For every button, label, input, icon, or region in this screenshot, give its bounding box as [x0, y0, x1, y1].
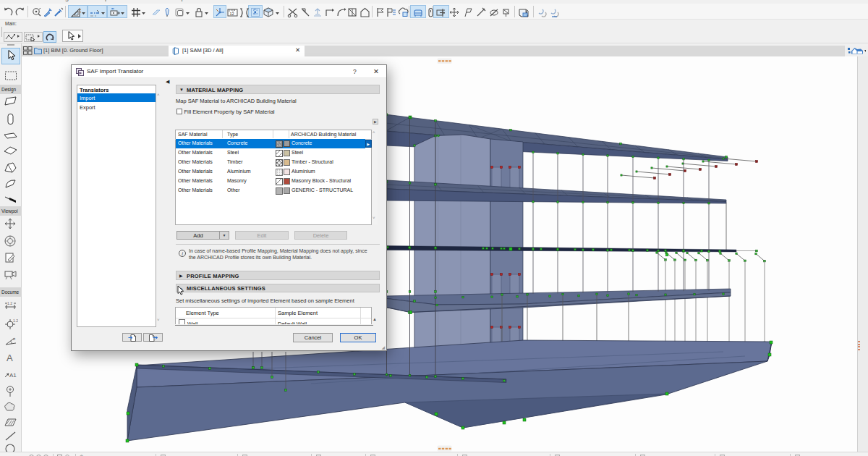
svg-text:A: A: [7, 352, 13, 363]
svg-text:1.2: 1.2: [7, 301, 12, 305]
svg-text:12: 12: [230, 12, 234, 16]
svg-text:α: α: [13, 337, 16, 341]
svg-text:A1: A1: [9, 372, 17, 379]
svg-text:1.2: 1.2: [13, 318, 18, 323]
